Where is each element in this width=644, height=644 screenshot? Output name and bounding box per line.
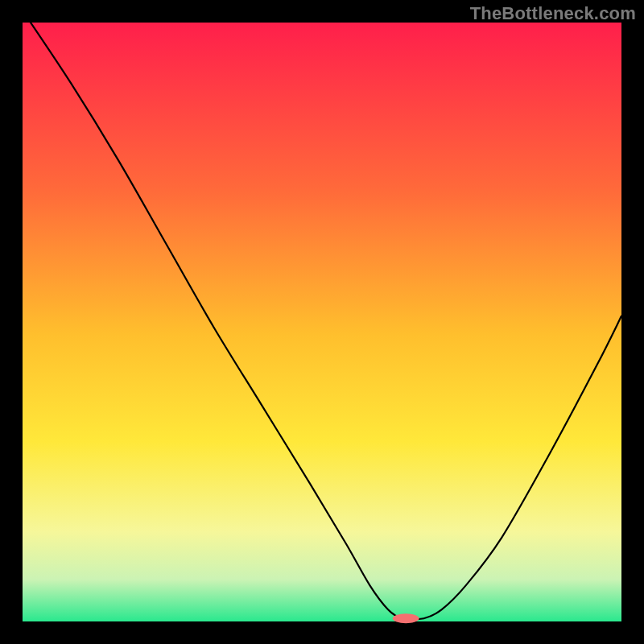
bottleneck-chart [0,0,644,644]
chart-frame: TheBottleneck.com [0,0,644,644]
gradient-background [23,23,621,621]
watermark-text: TheBottleneck.com [470,3,636,24]
optimal-marker [393,613,419,623]
